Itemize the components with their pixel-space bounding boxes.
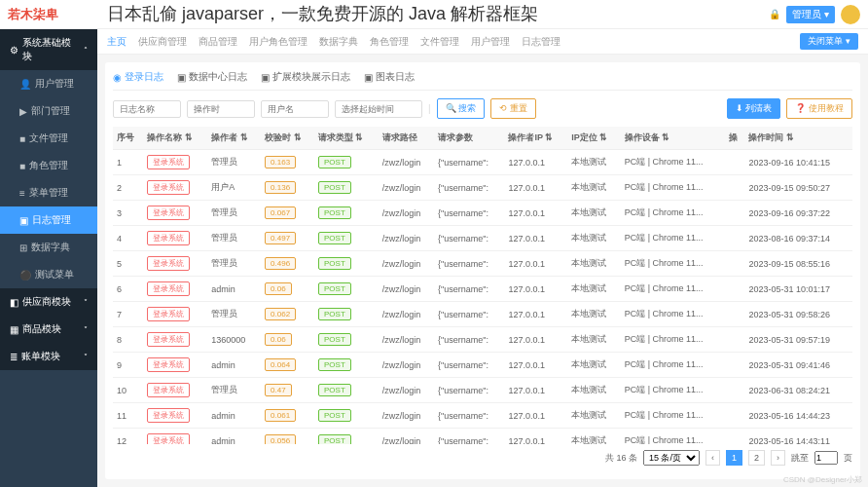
lock-icon[interactable]: 🔒	[769, 9, 780, 19]
column-header[interactable]: 请求类型 ⇅	[314, 127, 379, 150]
cell-time: 0.061	[261, 403, 314, 429]
cell-loc: 本地测试	[567, 429, 620, 445]
cell-index: 8	[113, 327, 143, 353]
cell-user: admin	[207, 353, 261, 378]
item-icon: ▶	[19, 106, 27, 117]
total-count: 共 16 条	[605, 452, 637, 465]
page-1[interactable]: 1	[726, 450, 742, 466]
sidebar-item[interactable]: ▣日志管理	[0, 206, 97, 234]
cell-loc: 本地测试	[567, 302, 620, 327]
breadcrumb-item[interactable]: 商品管理	[199, 35, 237, 49]
cell-action[interactable]	[725, 327, 745, 353]
breadcrumb-item[interactable]: 主页	[107, 35, 127, 49]
admin-dropdown[interactable]: 管理员 ▾	[786, 6, 835, 23]
jump-suffix: 页	[844, 452, 852, 465]
prev-page[interactable]: ‹	[705, 450, 720, 466]
column-header[interactable]: 操作名称 ⇅	[143, 127, 207, 150]
cell-action[interactable]	[725, 150, 745, 175]
cell-params: {"username":	[434, 175, 504, 201]
jump-input[interactable]	[814, 451, 838, 465]
column-header[interactable]: 请求参数	[434, 127, 504, 150]
sidebar-group[interactable]: ▦商品模块˅	[0, 316, 97, 343]
cell-method: POST	[314, 378, 379, 403]
column-header[interactable]: 操作者IP ⇅	[504, 127, 567, 150]
column-header[interactable]: 校验时 ⇅	[261, 127, 314, 150]
sidebar-item[interactable]: ▶部门管理	[0, 97, 97, 125]
cell-index: 11	[113, 403, 143, 429]
cell-action[interactable]	[725, 403, 745, 429]
export-button[interactable]: ⬇ 列清表	[727, 98, 781, 119]
cell-index: 2	[113, 175, 143, 201]
column-header[interactable]: 操作者 ⇅	[207, 127, 261, 150]
sidebar-item[interactable]: ■角色管理	[0, 152, 97, 179]
next-page[interactable]: ›	[771, 450, 785, 466]
sidebar-item[interactable]: ≡菜单管理	[0, 179, 97, 206]
sidebar-group[interactable]: ◧供应商模块˅	[0, 288, 97, 316]
item-label: 角色管理	[29, 159, 68, 172]
tab[interactable]: ▣ 图表日志	[364, 70, 415, 84]
search-button[interactable]: 🔍 搜索	[437, 98, 486, 119]
breadcrumb-item[interactable]: 角色管理	[370, 35, 409, 49]
page-2[interactable]: 2	[748, 450, 765, 466]
sidebar-item[interactable]: 👤用户管理	[0, 70, 97, 97]
breadcrumb-item[interactable]: 文件管理	[420, 35, 459, 49]
cell-loc: 本地测试	[567, 403, 620, 429]
column-header[interactable]: 操	[725, 127, 745, 150]
tutorial-button[interactable]: ❓ 使用教程	[786, 98, 852, 119]
filter-time[interactable]	[187, 100, 255, 118]
page-size-select[interactable]: 15 条/页	[643, 450, 700, 466]
cell-action[interactable]	[725, 277, 745, 302]
cell-ip: 127.0.0.1	[504, 201, 567, 226]
tab[interactable]: ▣ 扩展模块展示日志	[261, 70, 350, 84]
cell-user: 管理员	[207, 201, 261, 226]
table-row: 5 登录系统 管理员 0.496 POST /zwz/login {"usern…	[113, 251, 852, 277]
cell-action[interactable]	[725, 429, 745, 445]
pagination: 共 16 条 15 条/页 ‹ 1 2 › 跳至 页	[113, 444, 852, 471]
breadcrumb-item[interactable]: 供应商管理	[138, 35, 187, 49]
item-label: 日志管理	[32, 213, 71, 227]
chevron-icon: ˅	[84, 353, 88, 361]
filter-username[interactable]	[261, 100, 329, 118]
column-header[interactable]: 请求路径	[379, 127, 434, 150]
cell-params: {"username":	[434, 277, 504, 302]
tab-icon: ◉	[113, 72, 122, 83]
breadcrumb-item[interactable]: 用户管理	[471, 35, 510, 49]
cell-action[interactable]	[725, 353, 745, 378]
filter-log-name[interactable]	[113, 100, 181, 118]
column-header[interactable]: 操作设备 ⇅	[621, 127, 725, 150]
filter-date[interactable]	[335, 100, 422, 118]
breadcrumb-item[interactable]: 数据字典	[319, 35, 358, 49]
sidebar-item[interactable]: ⚫测试菜单	[0, 261, 97, 288]
avatar[interactable]	[841, 5, 860, 24]
breadcrumb-item[interactable]: 日志管理	[522, 35, 561, 49]
sidebar-item[interactable]: ⊞数据字典	[0, 234, 97, 261]
cell-time: 0.064	[261, 353, 314, 378]
sidebar-group[interactable]: ⚙系统基础模块˄	[0, 29, 97, 70]
cell-ip: 127.0.0.1	[504, 226, 567, 251]
cell-index: 9	[113, 353, 143, 378]
cell-action[interactable]	[725, 302, 745, 327]
cell-op: 登录系统	[143, 150, 207, 175]
jump-label: 跳至	[791, 452, 809, 465]
cell-op: 登录系统	[143, 429, 207, 445]
sidebar-group[interactable]: ≣账单模块˅	[0, 343, 97, 370]
cell-action[interactable]	[725, 378, 745, 403]
cell-action[interactable]	[725, 201, 745, 226]
tab[interactable]: ◉ 登录日志	[113, 70, 163, 84]
cell-action[interactable]	[725, 226, 745, 251]
close-tabs-button[interactable]: 关闭菜单 ▾	[800, 33, 858, 50]
cell-action[interactable]	[725, 251, 745, 277]
cell-action[interactable]	[725, 175, 745, 201]
column-header[interactable]: 操作时间 ⇅	[744, 127, 852, 150]
cell-user: 1360000	[207, 327, 261, 353]
sidebar-item[interactable]: ■文件管理	[0, 125, 97, 152]
item-icon: ▣	[19, 215, 28, 226]
cell-loc: 本地测试	[567, 201, 620, 226]
chevron-icon: ˄	[84, 46, 88, 55]
column-header[interactable]: IP定位 ⇅	[567, 127, 620, 150]
item-label: 测试菜单	[35, 268, 74, 281]
breadcrumb-item[interactable]: 用户角色管理	[249, 35, 307, 49]
tab[interactable]: ▣ 数据中心日志	[177, 70, 247, 84]
reset-button[interactable]: ⟲ 重置	[490, 98, 536, 119]
column-header[interactable]: 序号	[113, 127, 143, 150]
